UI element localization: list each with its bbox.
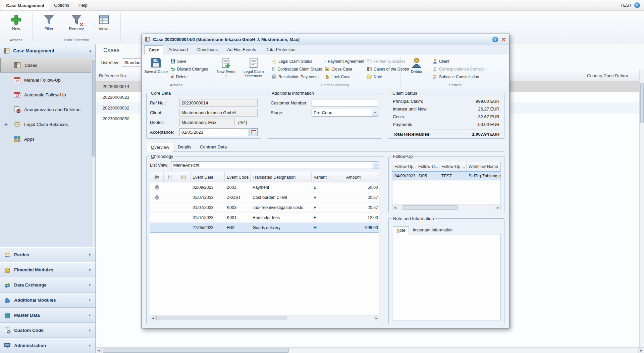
scroll-left-icon[interactable]: ◀ — [392, 205, 398, 210]
tab-data-protection[interactable]: Data Protection — [261, 45, 300, 54]
column-workflow-name[interactable]: Workflow Name — [467, 162, 500, 171]
column-variant[interactable]: Variant — [312, 172, 344, 182]
customer-number-field[interactable] — [312, 99, 378, 107]
subtab-contract-data[interactable]: Contract Data — [196, 142, 231, 151]
filter-button[interactable]: Filter — [37, 13, 61, 33]
sidebar-scrollbar-thumb[interactable] — [92, 59, 95, 157]
follow-up-row[interactable]: 04/09/2023 SI05 TEST StdTrg Zahlung all — [392, 171, 500, 180]
dialog-help-icon[interactable]: ? — [492, 37, 498, 42]
subcase-constellation-button[interactable]: Subcase Constellation — [432, 74, 484, 80]
dialog-title-bar[interactable]: Case 20230000014/0 (Mustermann Inkasso G… — [142, 34, 509, 45]
save-button[interactable]: Save — [170, 58, 208, 64]
subtab-details[interactable]: Details — [174, 142, 195, 151]
payment-agreement-button[interactable]: Payment Agreement — [325, 58, 364, 64]
menu-tab-help[interactable]: Help — [74, 0, 92, 10]
follow-up-horizontal-scrollbar[interactable]: ◀ ▶ — [392, 205, 501, 210]
sidebar-section-additional-modules[interactable]: Additional Modules ▼ — [0, 293, 95, 308]
column-country-code-debtor[interactable]: Country Code Debtor — [584, 70, 644, 81]
sidebar-item-legal-claim-balances[interactable]: ▶ Legal Claim Balances — [0, 117, 92, 132]
sidebar-section-parties[interactable]: Parties ▼ — [0, 247, 95, 262]
discard-changes-button[interactable]: Discard Changes — [170, 66, 208, 72]
cases-vertical-scrollbar[interactable] — [639, 70, 644, 347]
tab-important-information[interactable]: Important Information — [409, 226, 456, 234]
column-document[interactable] — [164, 172, 177, 182]
save-and-close-button[interactable]: Save & Close — [144, 56, 168, 74]
sidebar-item-anonymization-and-deletion[interactable]: Anonymization and Deletion — [0, 102, 92, 117]
expander-icon[interactable]: ▶ — [5, 123, 8, 126]
sidebar-section-master-data[interactable]: Master Data ▼ — [0, 308, 95, 323]
chevron-down-icon[interactable]: ▼ — [225, 75, 227, 78]
chevron-down-icon[interactable]: ▼ — [373, 162, 379, 169]
date-picker-button[interactable] — [250, 128, 258, 136]
client-button[interactable]: Client — [432, 58, 484, 64]
lock-case-button[interactable]: Lock Case — [325, 74, 364, 80]
sidebar-item-apps[interactable]: Apps — [0, 132, 92, 146]
chronology-row[interactable]: 01/07/2023 K001 Reminder fees F 12.00 — [150, 213, 379, 223]
correspondence-contact-button[interactable]: Correspondence Contact — [432, 66, 484, 72]
tab-ad-hoc-events[interactable]: Ad Hoc Events — [223, 45, 260, 54]
column-follow-up-3[interactable]: Follow-Up ... — [439, 162, 467, 171]
new-button[interactable]: New — [4, 13, 28, 33]
views-button[interactable]: Views — [92, 13, 116, 33]
close-icon[interactable]: ✕ — [501, 37, 506, 42]
ref-no-field[interactable] — [179, 99, 258, 107]
sidebar-item-cases[interactable]: Cases — [0, 58, 91, 73]
column-follow-up-2[interactable]: Follow-U... — [416, 162, 439, 171]
tab-case[interactable]: Case — [144, 45, 163, 54]
scroll-right-icon[interactable]: ▶ — [638, 348, 644, 353]
chevron-down-icon[interactable]: ▼ — [372, 109, 378, 116]
sidebar-section-custom-code[interactable]: Custom Code ▼ — [0, 323, 95, 338]
column-printed[interactable] — [150, 172, 164, 182]
chronology-row[interactable]: 01/07/2023 ZKOST Cost burden Client V 20… — [150, 192, 379, 203]
cases-horizontal-scrollbar-thumb[interactable] — [103, 348, 289, 353]
legal-claim-statement-button[interactable]: Legal Claim Statement — [241, 56, 266, 78]
chronology-row[interactable]: 01/07/2023 K003 Tax-free investigation c… — [150, 203, 379, 213]
chronology-list-view-select[interactable]: MeineAnsicht ▼ — [171, 161, 379, 169]
chevron-up-icon[interactable]: ▲ — [89, 49, 92, 52]
chronology-horizontal-scrollbar[interactable]: ◀ ▶ — [150, 315, 379, 321]
tab-note[interactable]: Note — [393, 226, 409, 234]
stage-select[interactable]: Pre-Court ▼ — [312, 109, 378, 117]
tab-advanced[interactable]: Advanced — [164, 45, 192, 54]
column-translated-designation[interactable]: Translated Designation — [251, 172, 312, 182]
sidebar-section-data-exchange[interactable]: Data Exchange ▼ — [0, 277, 95, 293]
recalculate-payments-button[interactable]: Recalculate Payments — [272, 74, 322, 80]
sidebar-item-manual-follow-up[interactable]: Manual Follow-Up — [0, 73, 92, 87]
chronology-row[interactable]: 02/09/2023 Z001 Payment E 50.00 — [150, 182, 379, 192]
sidebar-section-financial-modules[interactable]: Financial Modules ▼ — [0, 262, 95, 277]
menu-tab-options[interactable]: Options — [49, 0, 74, 10]
column-mail[interactable] — [177, 172, 191, 182]
chronology-scrollbar-thumb[interactable] — [156, 316, 287, 320]
column-follow-up-1[interactable]: Follow-Up... — [392, 162, 416, 171]
remove-button[interactable]: ✕ Remove — [64, 13, 89, 33]
menu-tab-case-management[interactable]: Case Management — [1, 1, 49, 10]
close-case-button[interactable]: Close Case — [325, 66, 364, 72]
debtor-button[interactable]: Debtor — [404, 56, 430, 74]
debtor-field[interactable] — [179, 119, 235, 126]
sidebar-scrollbar[interactable] — [92, 58, 95, 247]
column-event-date[interactable]: Event Date — [191, 172, 225, 182]
client-field[interactable] — [179, 109, 258, 117]
column-amount[interactable]: Amount — [344, 172, 379, 182]
follow-up-scrollbar-thumb[interactable] — [402, 205, 458, 210]
contractual-claim-status-button[interactable]: Contractual Claim Status — [272, 66, 322, 72]
sidebar-section-administration[interactable]: Administration ▼ — [0, 338, 95, 353]
delete-button[interactable]: ✕ Delete — [170, 74, 208, 80]
chronology-row-selected[interactable]: 27/05/2023 H43 Goods delivery H 999.00 — [150, 223, 379, 233]
new-event-button[interactable]: New Event ▼ — [214, 56, 238, 78]
scroll-left-icon[interactable]: ◀ — [96, 348, 102, 353]
subtab-overview[interactable]: Overview — [147, 143, 173, 152]
legal-claim-status-button[interactable]: Legal Claim Status — [272, 58, 322, 64]
cases-vertical-scrollbar-thumb[interactable] — [640, 83, 644, 123]
sidebar-item-automatic-follow-up[interactable]: Automatic Follow-Up — [0, 87, 92, 102]
sidebar-header-case-management[interactable]: Case Management ▲ — [0, 44, 95, 57]
scroll-left-icon[interactable]: ◀ — [150, 315, 156, 321]
acceptance-field[interactable] — [179, 128, 249, 136]
scroll-right-icon[interactable]: ▶ — [374, 315, 379, 321]
tab-conditions[interactable]: Conditions — [193, 45, 222, 54]
cases-horizontal-scrollbar[interactable]: ◀ ▶ — [96, 347, 644, 353]
help-icon[interactable]: ? — [634, 2, 640, 8]
note-text-area[interactable] — [392, 234, 501, 320]
column-event-code[interactable]: Event Code — [225, 172, 251, 182]
scroll-right-icon[interactable]: ▶ — [495, 205, 500, 210]
